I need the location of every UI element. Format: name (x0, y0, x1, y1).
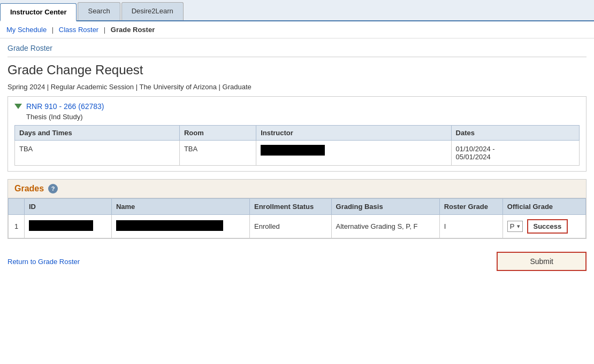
course-header: RNR 910 - 266 (62783) (14, 102, 580, 111)
grades-title: Grades (14, 184, 44, 193)
grades-col-num (9, 199, 25, 215)
schedule-table: Days and Times Room Instructor Dates TBA… (14, 125, 580, 166)
tab-search[interactable]: Search (78, 2, 120, 20)
grades-header: Grades ? (8, 180, 586, 198)
grades-cell-name (111, 215, 249, 238)
grades-col-id: ID (25, 199, 112, 215)
grades-col-official-grade: Official Grade (502, 199, 585, 215)
student-name-redacted (116, 220, 223, 231)
divider-1 (7, 57, 587, 57)
breadcrumb-sep-2: | (104, 26, 108, 34)
grades-cell-enrollment: Enrolled (250, 215, 332, 238)
chevron-down-icon: ▾ (517, 223, 520, 230)
tab-instructor-center[interactable]: Instructor Center (0, 3, 77, 21)
help-icon[interactable]: ? (48, 184, 58, 193)
course-block: RNR 910 - 266 (62783) Thesis (Ind Study)… (7, 96, 587, 172)
schedule-col-dates: Dates (451, 126, 579, 141)
schedule-row: TBA TBA 01/10/2024 -05/01/2024 (15, 141, 580, 166)
grades-row-num: 1 (9, 215, 25, 238)
tab-desire2learn[interactable]: Desire2Learn (121, 2, 184, 20)
student-id-redacted (29, 220, 93, 231)
official-grade-select[interactable]: P ▾ (507, 221, 523, 232)
schedule-cell-room: TBA (179, 141, 256, 166)
grade-select-value: P (510, 222, 515, 230)
grades-col-roster-grade: Roster Grade (439, 199, 502, 215)
breadcrumb-sep-1: | (52, 26, 56, 34)
grades-table: ID Name Enrollment Status Grading Basis … (8, 198, 586, 238)
submit-button[interactable]: Submit (497, 252, 587, 271)
page-heading: Grade Change Request (7, 63, 587, 78)
course-subtitle: Thesis (Ind Study) (26, 113, 580, 121)
breadcrumb: My Schedule | Class Roster | Grade Roste… (0, 21, 594, 38)
schedule-cell-days: TBA (15, 141, 180, 166)
schedule-col-days: Days and Times (15, 126, 180, 141)
main-content: Grade Roster Grade Change Request Spring… (0, 38, 594, 244)
breadcrumb-my-schedule[interactable]: My Schedule (6, 26, 47, 34)
schedule-cell-dates: 01/10/2024 -05/01/2024 (451, 141, 579, 166)
tabs-bar: Instructor Center Search Desire2Learn (0, 0, 594, 21)
grades-col-grading-basis: Grading Basis (331, 199, 439, 215)
course-link[interactable]: RNR 910 - 266 (62783) (26, 102, 104, 111)
return-to-grade-roster-link[interactable]: Return to Grade Roster (7, 258, 80, 266)
breadcrumb-current: Grade Roster (111, 26, 155, 34)
grades-section: Grades ? ID Name Enrollment Status Gradi… (7, 179, 587, 239)
breadcrumb-class-roster[interactable]: Class Roster (59, 26, 98, 34)
bottom-bar: Return to Grade Roster Submit (0, 246, 594, 276)
grades-cell-official-grade: P ▾ Success (502, 215, 585, 238)
success-badge: Success (527, 219, 568, 234)
instructor-redacted (261, 145, 325, 156)
schedule-cell-instructor (256, 141, 451, 166)
grades-cell-roster-grade: I (439, 215, 502, 238)
schedule-col-instructor: Instructor (256, 126, 451, 141)
grades-cell-grading-basis: Alternative Grading S, P, F (331, 215, 439, 238)
grades-row: 1 Enrolled Alternative Grading S, P, F I… (9, 215, 586, 238)
collapse-icon[interactable] (14, 104, 22, 109)
grades-col-name: Name (111, 199, 249, 215)
session-info: Spring 2024 | Regular Academic Session |… (7, 83, 587, 91)
grades-cell-id (25, 215, 112, 238)
grades-col-enrollment: Enrollment Status (250, 199, 332, 215)
section-title: Grade Roster (7, 44, 587, 52)
schedule-col-room: Room (179, 126, 256, 141)
